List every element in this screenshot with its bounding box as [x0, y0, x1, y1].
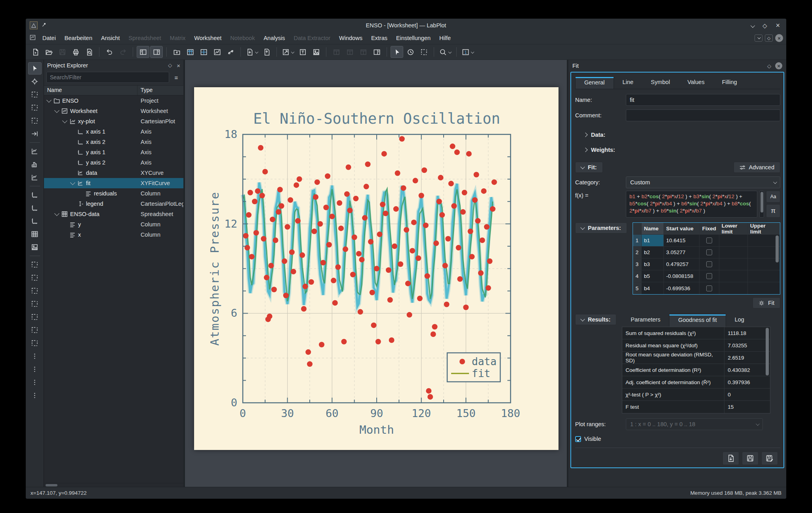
- worksheet-tool-more-3-icon[interactable]: [28, 376, 42, 389]
- scrollbar-thumb[interactable]: [46, 484, 57, 486]
- data-point[interactable]: [392, 243, 397, 249]
- worksheet-tool-region-5-icon[interactable]: [28, 311, 42, 323]
- data-point[interactable]: [273, 237, 278, 243]
- expander-chevron-icon[interactable]: [46, 98, 51, 102]
- worksheet-tool-ws-zoom-y-icon[interactable]: [28, 115, 42, 127]
- data-point[interactable]: [282, 258, 287, 264]
- data-point[interactable]: [451, 203, 457, 209]
- data-point[interactable]: [374, 266, 379, 272]
- toolbar-new-datapicker-button[interactable]: [224, 46, 237, 58]
- data-point[interactable]: [386, 267, 391, 273]
- data-point[interactable]: [344, 191, 350, 197]
- plot-title[interactable]: El Niño-Southern Oscillation: [253, 110, 500, 127]
- fixed-checkbox[interactable]: [706, 237, 712, 243]
- tab-line[interactable]: Line: [614, 77, 642, 89]
- worksheet-tool-add-histogram-icon[interactable]: [28, 158, 42, 170]
- fixed-checkbox[interactable]: [706, 273, 712, 279]
- data-point[interactable]: [442, 263, 448, 268]
- toolbar-undo-button[interactable]: [103, 46, 116, 58]
- load-function-button[interactable]: [722, 452, 739, 465]
- tree-row-y-axis-1[interactable]: y axis 1Axis: [44, 147, 183, 157]
- data-point[interactable]: [305, 349, 311, 355]
- tree-row-y[interactable]: yColumn: [44, 219, 183, 230]
- data-point[interactable]: [411, 220, 417, 225]
- param-start-cell[interactable]: 10.6415: [664, 235, 700, 246]
- toolbar-import-button[interactable]: [244, 46, 259, 58]
- data-point[interactable]: [294, 182, 299, 188]
- data-point[interactable]: [276, 209, 281, 215]
- tree-row-x[interactable]: xColumn: [44, 230, 183, 240]
- results-section-toggle[interactable]: Results:: [575, 314, 616, 325]
- results-scrollbar[interactable]: [765, 328, 770, 412]
- data-point[interactable]: [480, 237, 485, 243]
- worksheet-tool-region-1-icon[interactable]: [28, 258, 42, 271]
- data-point[interactable]: [283, 293, 289, 298]
- float-dock-icon[interactable]: ◇: [767, 63, 771, 69]
- data-point[interactable]: [347, 208, 353, 213]
- data-point[interactable]: [457, 276, 463, 282]
- data-point[interactable]: [319, 342, 324, 347]
- data-point[interactable]: [341, 339, 347, 345]
- param-col-upper[interactable]: Upper limit: [748, 223, 780, 234]
- menu-item-worksheet[interactable]: Worksheet: [190, 33, 226, 43]
- formula-scrollbar[interactable]: [759, 191, 764, 218]
- data-point[interactable]: [259, 193, 265, 198]
- data-point[interactable]: [246, 212, 252, 218]
- data-point[interactable]: [338, 226, 344, 231]
- tree-row-enso[interactable]: ENSOProject: [44, 96, 183, 106]
- data-point[interactable]: [364, 184, 369, 190]
- float-panel-icon[interactable]: ◇: [168, 62, 172, 69]
- param-col-fixed[interactable]: Fixed: [700, 223, 719, 234]
- data-point[interactable]: [313, 194, 318, 200]
- data-point[interactable]: [468, 229, 473, 234]
- worksheet-tool-region-2-icon[interactable]: [28, 272, 42, 284]
- data-point[interactable]: [254, 230, 259, 235]
- data-point[interactable]: [317, 221, 323, 227]
- data-point[interactable]: [291, 269, 296, 274]
- tree-row-y-axis-2[interactable]: y axis 2Axis: [44, 157, 183, 168]
- results-tab-parameters[interactable]: Parameters: [622, 314, 669, 327]
- data-point[interactable]: [427, 394, 433, 400]
- data-point[interactable]: [268, 263, 274, 268]
- data-point[interactable]: [478, 270, 484, 276]
- pin-icon[interactable]: [42, 22, 47, 29]
- worksheet-tool-ws-crosshair-icon[interactable]: [28, 75, 42, 88]
- data-point[interactable]: [438, 175, 444, 180]
- toolbar-zoom-select-mode-button[interactable]: [417, 46, 430, 58]
- data-point[interactable]: [359, 257, 364, 262]
- data-point[interactable]: [490, 206, 496, 212]
- worksheet-tool-more-1-icon[interactable]: [28, 350, 42, 362]
- data-point[interactable]: [258, 145, 263, 151]
- data-point[interactable]: [331, 278, 336, 283]
- parameters-section-toggle[interactable]: Parameters:: [575, 222, 627, 234]
- tab-general[interactable]: General: [575, 77, 614, 89]
- data-point[interactable]: [353, 196, 358, 201]
- toolbar-layout-edit-button[interactable]: [370, 46, 383, 58]
- menu-item-datei[interactable]: Datei: [38, 33, 60, 43]
- param-lower-cell[interactable]: [719, 282, 748, 294]
- data-point[interactable]: [249, 254, 255, 259]
- menu-item-bearbeiten[interactable]: Bearbeiten: [60, 33, 97, 43]
- worksheet-tool-add-axis-2-icon[interactable]: [28, 202, 42, 214]
- data-point[interactable]: [381, 151, 387, 157]
- data-point[interactable]: [243, 233, 249, 239]
- data-point[interactable]: [404, 227, 409, 233]
- worksheet-tool-add-curve-icon[interactable]: [28, 145, 42, 157]
- data-point[interactable]: [352, 235, 357, 240]
- pi-constants-button[interactable]: π: [766, 204, 780, 218]
- fixed-checkbox[interactable]: [706, 249, 712, 255]
- data-point[interactable]: [481, 188, 486, 194]
- data-point[interactable]: [303, 284, 308, 289]
- data-point[interactable]: [436, 199, 442, 204]
- toolbar-toggle-project-explorer-button[interactable]: [137, 46, 149, 58]
- data-point[interactable]: [326, 242, 332, 247]
- tree-row-legend[interactable]: legendCartesianPlotLegend: [44, 199, 183, 209]
- param-start-cell[interactable]: -0.0808158: [664, 270, 700, 282]
- param-start-cell[interactable]: -0.699536: [664, 282, 700, 294]
- data-point[interactable]: [475, 218, 480, 224]
- data-point[interactable]: [368, 239, 374, 245]
- data-point[interactable]: [311, 229, 317, 234]
- toolbar-zoom-mode-button[interactable]: [280, 46, 295, 58]
- tree-row-data[interactable]: dataXYCurve: [44, 168, 183, 178]
- toolbar-add-image-button[interactable]: [310, 46, 322, 58]
